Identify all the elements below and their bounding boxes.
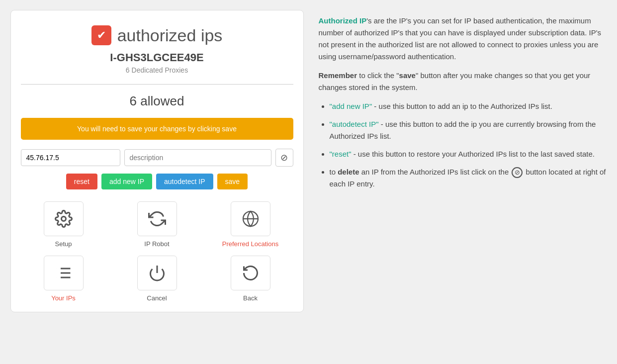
action-buttons: reset add new IP autodetect IP save bbox=[66, 174, 248, 189]
description-input[interactable] bbox=[124, 149, 271, 166]
back-label: Back bbox=[243, 294, 258, 302]
setup-icon bbox=[55, 210, 73, 228]
ip-robot-icon-box bbox=[137, 201, 177, 236]
bullet-autodetect-ip: "autodetect IP" - use this button to add… bbox=[330, 118, 607, 142]
bullet-key-autodetect: "autodetect IP" bbox=[330, 120, 379, 128]
bullet-delete: to delete an IP from the Authorized IPs … bbox=[330, 166, 607, 190]
autodetect-button[interactable]: autodetect IP bbox=[156, 174, 213, 189]
delete-ip-button[interactable]: ⊘ bbox=[275, 149, 293, 167]
reset-button[interactable]: reset bbox=[66, 174, 97, 189]
setup-label: Setup bbox=[55, 240, 72, 248]
ip-row: ⊘ bbox=[21, 149, 293, 167]
bullet-add-new-ip: "add new IP" - use this button to add an… bbox=[330, 100, 607, 112]
account-id: I-GHS3LGCEE49E bbox=[110, 51, 203, 64]
bullet-reset: "reset" - use this button to restore you… bbox=[330, 148, 607, 160]
ip-robot-label: IP Robot bbox=[144, 240, 169, 248]
warning-banner: You will need to save your changes by cl… bbox=[21, 118, 293, 140]
left-panel: ✔ authorized ips I-GHS3LGCEE49E 6 Dedica… bbox=[10, 10, 304, 312]
back-icon bbox=[242, 264, 260, 282]
delete-icon: ⊘ bbox=[280, 152, 288, 163]
add-new-ip-button[interactable]: add new IP bbox=[101, 174, 152, 189]
your-ips-label: Your IPs bbox=[51, 294, 76, 302]
help-remember-key: Remember bbox=[319, 71, 357, 80]
help-save-word: save bbox=[399, 71, 416, 80]
delete-inline-icon: ⊘ bbox=[512, 167, 523, 178]
help-intro-paragraph: Authorized IP's are the IP's you can set… bbox=[319, 15, 607, 63]
divider bbox=[21, 84, 293, 85]
right-panel: Authorized IP's are the IP's you can set… bbox=[314, 10, 607, 312]
nav-item-cancel[interactable]: Cancel bbox=[114, 256, 200, 302]
globe-icon bbox=[242, 210, 260, 228]
allowed-count: 6 allowed bbox=[130, 93, 184, 109]
bullet-key-reset: "reset" bbox=[330, 150, 352, 158]
nav-item-your-ips[interactable]: Your IPs bbox=[21, 256, 106, 302]
ip-input[interactable] bbox=[21, 149, 120, 166]
nav-grid: Setup IP Robot bbox=[21, 201, 293, 302]
bullet-key-add: "add new IP" bbox=[330, 102, 372, 110]
logo-row: ✔ authorized ips bbox=[91, 25, 223, 45]
cancel-label: Cancel bbox=[147, 294, 167, 302]
power-icon bbox=[148, 264, 166, 282]
logo-icon: ✔ bbox=[91, 25, 111, 45]
your-ips-icon-box bbox=[44, 256, 84, 290]
list-icon bbox=[55, 264, 73, 282]
preferred-locations-label: Preferred Locations bbox=[222, 240, 278, 248]
nav-item-ip-robot[interactable]: IP Robot bbox=[114, 201, 200, 248]
app-title: authorized ips bbox=[117, 26, 223, 45]
nav-item-preferred-locations[interactable]: Preferred Locations bbox=[208, 201, 293, 248]
preferred-locations-icon-box bbox=[231, 201, 270, 236]
bullet-delete-word: delete bbox=[338, 168, 359, 176]
help-remember-rest: to click the " bbox=[357, 71, 399, 80]
cancel-icon-box bbox=[137, 256, 177, 290]
account-subtitle: 6 Dedicated Proxies bbox=[126, 66, 188, 74]
svg-point-0 bbox=[61, 217, 66, 221]
save-button[interactable]: save bbox=[217, 174, 248, 189]
help-bullets: "add new IP" - use this button to add an… bbox=[319, 100, 607, 190]
setup-icon-box bbox=[44, 201, 84, 236]
back-icon-box bbox=[231, 256, 270, 290]
nav-item-back[interactable]: Back bbox=[208, 256, 293, 302]
help-intro-key: Authorized IP bbox=[319, 16, 367, 25]
help-remember-paragraph: Remember to click the "save" button afte… bbox=[319, 70, 607, 93]
nav-item-setup[interactable]: Setup bbox=[21, 201, 106, 248]
ip-robot-icon bbox=[148, 210, 166, 228]
